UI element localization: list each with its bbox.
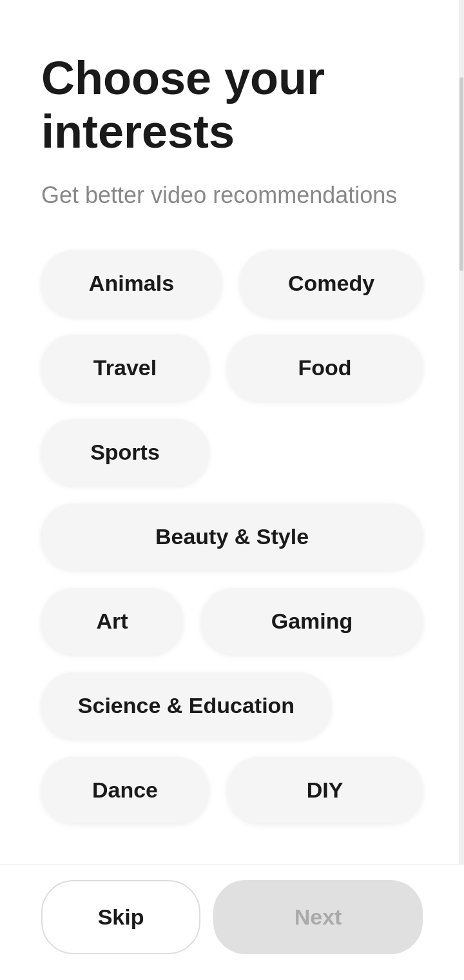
page-subtitle: Get better video recommendations bbox=[41, 179, 423, 211]
interest-row-7: Dance DIY bbox=[41, 757, 423, 823]
interests-grid: Animals Comedy Travel Food Sports Beauty… bbox=[41, 250, 423, 823]
next-button[interactable]: Next bbox=[213, 880, 423, 954]
chip-gaming[interactable]: Gaming bbox=[201, 588, 423, 654]
interest-row-3: Sports bbox=[41, 419, 423, 485]
chip-dance[interactable]: Dance bbox=[41, 757, 209, 823]
chip-art[interactable]: Art bbox=[41, 588, 183, 654]
chip-diy[interactable]: DIY bbox=[227, 757, 423, 823]
interest-row-6: Science & Education bbox=[41, 672, 423, 739]
chip-beauty[interactable]: Beauty & Style bbox=[41, 504, 423, 570]
interest-row-5: Art Gaming bbox=[41, 588, 423, 654]
main-content: Choose your interests Get better video r… bbox=[0, 0, 464, 980]
interest-row-2: Travel Food bbox=[41, 335, 423, 401]
skip-button[interactable]: Skip bbox=[41, 880, 200, 954]
chip-comedy[interactable]: Comedy bbox=[240, 250, 423, 317]
bottom-bar: Skip Next bbox=[0, 864, 464, 980]
scrollbar-track bbox=[459, 0, 464, 980]
scrollbar-thumb[interactable] bbox=[459, 77, 463, 271]
chip-travel[interactable]: Travel bbox=[41, 335, 209, 401]
chip-sports[interactable]: Sports bbox=[41, 419, 209, 485]
chip-animals[interactable]: Animals bbox=[41, 250, 222, 317]
chip-science[interactable]: Science & Education bbox=[41, 672, 331, 739]
interest-row-1: Animals Comedy bbox=[41, 250, 423, 317]
interest-row-4: Beauty & Style bbox=[41, 504, 423, 570]
page-title: Choose your interests bbox=[41, 52, 423, 159]
chip-food[interactable]: Food bbox=[227, 335, 423, 401]
